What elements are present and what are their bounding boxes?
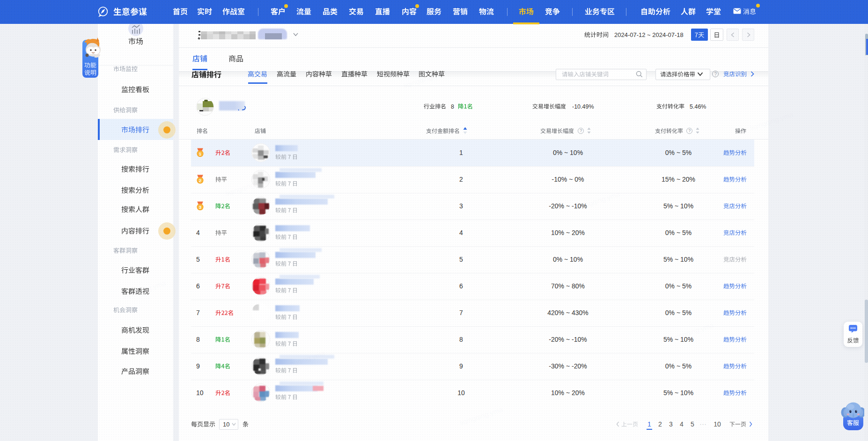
svg-text:2: 2 — [199, 178, 201, 183]
svg-text:3: 3 — [199, 205, 201, 210]
svg-text:1: 1 — [199, 151, 202, 156]
